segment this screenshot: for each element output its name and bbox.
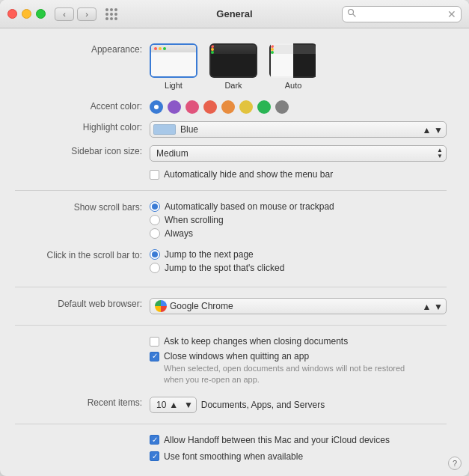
documents-row-1: Ask to keep changes when closing documen… <box>15 336 447 347</box>
highlight-stepper[interactable]: ▲ ▼ <box>423 124 443 135</box>
separator-4 <box>15 424 447 424</box>
maximize-button[interactable] <box>36 9 46 19</box>
font-smoothing-checkbox[interactable]: Use font smoothing when available <box>150 451 447 462</box>
titlebar: ‹ › General ✕ <box>0 0 469 28</box>
default-browser-dropdown[interactable]: Google Chrome ▲ ▼ <box>150 298 447 314</box>
sidebar-icon-size-label: Sidebar icon size: <box>15 145 150 156</box>
accent-purple[interactable] <box>168 100 181 114</box>
search-clear-icon[interactable]: ✕ <box>447 8 456 20</box>
scroll-bars-scrolling-radio <box>150 215 160 225</box>
documents-row-2: Close windows when quitting an app When … <box>15 351 447 386</box>
click-scroll-spot-radio <box>150 263 160 273</box>
scroll-bars-always-label: Always <box>165 228 193 239</box>
ask-keep-changes-box <box>150 337 159 347</box>
close-windows-helper: When selected, open documents and window… <box>164 363 418 386</box>
appearance-preview-auto <box>269 43 317 78</box>
accent-pink[interactable] <box>186 100 199 114</box>
ask-keep-changes-checkbox[interactable]: Ask to keep changes when closing documen… <box>150 336 447 347</box>
sidebar-icon-size-select: Medium ▲ ▼ <box>150 145 447 162</box>
chrome-icon <box>155 300 167 312</box>
forward-button[interactable]: › <box>77 7 96 21</box>
click-scroll-spot[interactable]: Jump to the spot that's clicked <box>150 263 447 273</box>
recent-items-dropdown[interactable]: 10 ▲ ▼ <box>150 397 197 413</box>
search-icon <box>347 8 356 19</box>
close-windows-checkbox[interactable]: Close windows when quitting an app <box>150 351 447 361</box>
accent-yellow[interactable] <box>239 100 253 114</box>
accent-orange[interactable] <box>221 100 235 114</box>
accent-green[interactable] <box>257 100 271 114</box>
highlight-color-value: Blue <box>180 124 423 135</box>
accent-color-label: Accent color: <box>15 100 150 112</box>
window: ‹ › General ✕ Appearance: <box>0 0 469 476</box>
help-button[interactable]: ? <box>448 457 462 470</box>
sidebar-icon-stepper[interactable]: ▲ ▼ <box>437 147 443 159</box>
handoff-checkbox[interactable]: Allow Handoff between this Mac and your … <box>150 435 447 445</box>
browser-stepper[interactable]: ▲ ▼ <box>423 301 443 312</box>
scroll-bars-always[interactable]: Always <box>150 228 447 239</box>
click-scroll-bar-label: Click in the scroll bar to: <box>15 249 150 260</box>
default-browser-row: Default web browser: Google Chrome ▲ ▼ <box>15 298 447 314</box>
scroll-bars-auto-radio <box>150 201 160 212</box>
separator-3 <box>15 325 447 326</box>
scroll-bars-scrolling-label: When scrolling <box>165 215 224 225</box>
nav-buttons: ‹ › <box>55 7 96 21</box>
font-smoothing-label: Use font smoothing when available <box>164 451 303 462</box>
show-scroll-bars-options: Automatically based on mouse or trackpad… <box>150 201 447 242</box>
appearance-option-dark[interactable]: Dark <box>209 43 257 90</box>
sidebar-icon-size-dropdown[interactable]: Medium ▲ ▼ <box>150 145 447 162</box>
svg-line-1 <box>353 14 355 16</box>
appearance-option-light[interactable]: Light <box>150 43 197 90</box>
appearance-label: Appearance: <box>15 43 150 55</box>
click-scroll-bar-row: Click in the scroll bar to: Jump to the … <box>15 249 447 276</box>
separator-2 <box>15 287 447 287</box>
accent-red[interactable] <box>203 100 217 114</box>
separator-1 <box>15 190 447 191</box>
back-button[interactable]: ‹ <box>55 7 74 21</box>
accent-color-options <box>150 100 447 114</box>
accent-gray[interactable] <box>275 100 289 114</box>
close-windows-box <box>150 352 159 361</box>
font-smoothing-box <box>150 451 159 461</box>
search-box[interactable]: ✕ <box>342 6 462 22</box>
appearance-option-light-label: Light <box>165 81 183 90</box>
appearance-option-auto[interactable]: Auto <box>269 43 317 90</box>
sidebar-icon-size-value: Medium <box>156 148 434 159</box>
scroll-bars-scrolling[interactable]: When scrolling <box>150 215 447 225</box>
recent-items-row: Recent items: 10 ▲ ▼ Documents, Apps, an… <box>15 397 447 413</box>
menu-bar-row: Automatically hide and show the menu bar <box>15 169 447 180</box>
minimize-button[interactable] <box>22 9 31 19</box>
default-browser-label: Default web browser: <box>15 298 150 309</box>
highlight-color-dropdown[interactable]: Blue ▲ ▼ <box>150 121 447 138</box>
appearance-options: Light Dark <box>150 43 447 90</box>
ask-keep-changes-label: Ask to keep changes when closing documen… <box>164 336 348 347</box>
click-scroll-next-page-radio <box>150 249 160 260</box>
close-windows-label: Close windows when quitting an app <box>164 351 309 361</box>
click-scroll-next-page[interactable]: Jump to the next page <box>150 249 447 260</box>
search-input[interactable] <box>359 9 447 19</box>
click-scroll-spot-label: Jump to the spot that's clicked <box>165 263 284 273</box>
recent-items-value: 10 <box>153 400 166 410</box>
recent-items-stepper[interactable]: ▲ ▼ <box>166 399 192 410</box>
scroll-bars-auto[interactable]: Automatically based on mouse or trackpad <box>150 201 447 212</box>
appearance-preview-dark <box>209 43 257 78</box>
apps-grid-icon[interactable] <box>105 8 117 20</box>
menu-bar-checkbox-label: Automatically hide and show the menu bar <box>164 169 333 180</box>
scroll-bars-always-radio <box>150 228 160 239</box>
show-scroll-bars-row: Show scroll bars: Automatically based on… <box>15 201 447 242</box>
highlight-swatch <box>153 124 176 135</box>
window-title: General <box>216 8 252 19</box>
click-scroll-bar-options: Jump to the next page Jump to the spot t… <box>150 249 447 276</box>
show-scroll-bars-label: Show scroll bars: <box>15 201 150 213</box>
close-button[interactable] <box>7 9 17 19</box>
accent-blue[interactable] <box>150 100 163 114</box>
highlight-color-select: Blue ▲ ▼ <box>150 121 447 138</box>
default-browser-value: Google Chrome <box>170 301 423 311</box>
sidebar-icon-size-row: Sidebar icon size: Medium ▲ ▼ <box>15 145 447 162</box>
appearance-option-auto-label: Auto <box>285 81 302 90</box>
menu-bar-checkbox[interactable]: Automatically hide and show the menu bar <box>150 169 447 180</box>
handoff-row: Allow Handoff between this Mac and your … <box>15 435 447 445</box>
highlight-color-label: Highlight color: <box>15 121 150 132</box>
handoff-label: Allow Handoff between this Mac and your … <box>164 435 390 445</box>
appearance-option-dark-label: Dark <box>224 81 242 90</box>
handoff-box <box>150 435 159 445</box>
